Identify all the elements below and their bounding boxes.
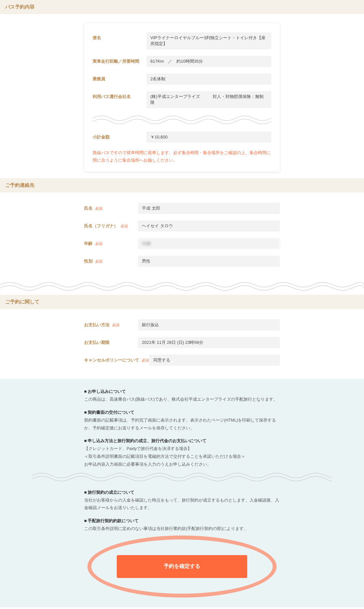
label-deadline: お支払い期限 xyxy=(84,337,138,345)
value-kana: ヘイセイ タロウ xyxy=(138,220,280,232)
value-cancel: 同意する xyxy=(149,355,280,366)
info-heading-apply: ■ お申し込みについて xyxy=(84,389,280,394)
row-name: 氏名 必須 平成 太郎 xyxy=(84,200,280,217)
value-bus-name: VIPライナーロイヤルブルー3列独立シート・トイレ付き【座席指定】 xyxy=(146,32,271,49)
label-bus-name: 便名 xyxy=(93,32,146,41)
info-text: 【クレジットカード、Paidyで旅行代金を決済する場合】 xyxy=(84,445,280,453)
required-tag: 必須 xyxy=(142,358,149,362)
value-company: (株)平成エンタープライズ 対人・対物賠償保険：無制限 xyxy=(146,91,271,108)
info-text: お申込内容入力画面に必要事項を入力のうえお申し込みください。 xyxy=(84,461,280,469)
row-distance: 実車走行距離／所要時間 617Km ／ 約10時間35分 xyxy=(93,53,271,70)
value-deadline: 2021年 11月 28日 (日) 23時59分 xyxy=(138,337,280,348)
section-title-contact: ご予約連絡先 xyxy=(0,178,364,192)
label-distance: 実車走行距離／所要時間 xyxy=(93,56,146,64)
value-distance: 617Km ／ 約10時間35分 xyxy=(146,56,271,67)
info-text: ＜取引条件説明書面の記載項目を電磁的方法で交付することを承諾いただける場合＞ xyxy=(84,453,280,461)
label-age: 年齢 必須 xyxy=(84,238,138,247)
info-heading-contract: ■ 旅行契約の成立について xyxy=(84,489,280,495)
label-payment: お支払い方法 必須 xyxy=(84,319,138,328)
info-heading-terms: ■ 手配旅行契約約款について xyxy=(84,518,280,524)
row-age: 年齢 必須 30歳 xyxy=(84,235,280,252)
row-company: 利用バス運行会社名 (株)平成エンタープライズ 対人・対物賠償保険：無制限 xyxy=(93,88,271,111)
required-tag: 必須 xyxy=(121,224,128,228)
row-crew: 乗務員 2名体制 xyxy=(93,70,271,88)
wave-separator xyxy=(0,280,364,293)
wave-separator xyxy=(93,113,271,126)
reservation-rows: お支払い方法 必須 銀行振込 お支払い期限 2021年 11月 28日 (日) … xyxy=(84,316,280,369)
info-text: 契約書面の記載事項は、予約完了画面に表示されます。表示されたページ(HTML)を… xyxy=(84,417,280,432)
info-text: 当社がお客様からの入金を確認した時点をもって、旅行契約が成立するものとします。入… xyxy=(84,497,280,512)
label-kana: 氏名（フリガナ） 必須 xyxy=(84,220,138,229)
confirm-button-wrap: 予約を確定する xyxy=(91,542,273,591)
info-heading-contract-doc: ■ 契約書面の交付について xyxy=(84,409,280,415)
row-subtotal: 小計金額 ￥10,600 xyxy=(93,128,271,146)
row-kana: 氏名（フリガナ） 必須 ヘイセイ タロウ xyxy=(84,217,280,235)
info-text: この取引条件説明に定めのない事項は当社旅行業約款(手配旅行契約の部)によります。 xyxy=(84,525,280,533)
label-gender: 性別 必須 xyxy=(84,256,138,264)
wave-separator xyxy=(32,471,332,484)
row-payment: お支払い方法 必須 銀行振込 xyxy=(84,316,280,334)
required-tag: 必須 xyxy=(95,259,102,263)
required-tag: 必須 xyxy=(95,242,102,246)
value-payment: 銀行振込 xyxy=(138,319,280,330)
section-title-reservation: ご予約に関して xyxy=(0,295,364,309)
row-deadline: お支払い期限 2021年 11月 28日 (日) 23時59分 xyxy=(84,334,280,351)
bus-reservation-card: 便名 VIPライナーロイヤルブルー3列独立シート・トイレ付き【座席指定】 実車走… xyxy=(84,23,280,172)
value-name: 平成 太郎 xyxy=(138,203,280,214)
label-crew: 乗務員 xyxy=(93,73,146,82)
confirm-reservation-button[interactable]: 予約を確定する xyxy=(117,555,247,578)
row-gender: 性別 必須 男性 xyxy=(84,252,280,270)
info-panel: ■ お申し込みについて この商品は、高速乗合バス(路線バス)であり、株式会社平成… xyxy=(0,379,364,607)
info-heading-payment: ■ 申し込み方法と旅行契約の成立、旅行代金のお支払いについて xyxy=(84,438,280,444)
bus-warning-note: 路線バスですので発車時間に発車します。必ず集合時間・集合場所をご確認の上、集合時… xyxy=(93,149,271,164)
label-subtotal: 小計金額 xyxy=(93,132,146,140)
info-text: この商品は、高速乗合バス(路線バス)であり、株式会社平成エンタープライズの手配旅… xyxy=(84,396,280,404)
section-title-bus: バス予約内容 xyxy=(0,0,364,14)
required-tag: 必須 xyxy=(95,206,102,210)
value-crew: 2名体制 xyxy=(146,73,271,85)
value-gender: 男性 xyxy=(138,256,280,267)
label-company: 利用バス運行会社名 xyxy=(93,91,146,100)
label-name: 氏名 必須 xyxy=(84,203,138,211)
row-cancel: キャンセルポリシーについて 必須 同意する xyxy=(84,351,280,369)
row-bus-name: 便名 VIPライナーロイヤルブルー3列独立シート・トイレ付き【座席指定】 xyxy=(93,29,271,53)
label-cancel: キャンセルポリシーについて 必須 xyxy=(84,355,149,363)
contact-rows: 氏名 必須 平成 太郎 氏名（フリガナ） 必須 ヘイセイ タロウ 年齢 必須 3… xyxy=(84,200,280,270)
required-tag: 必須 xyxy=(112,323,119,327)
value-age: 30歳 xyxy=(138,238,280,249)
value-subtotal: ￥10,600 xyxy=(146,132,271,143)
